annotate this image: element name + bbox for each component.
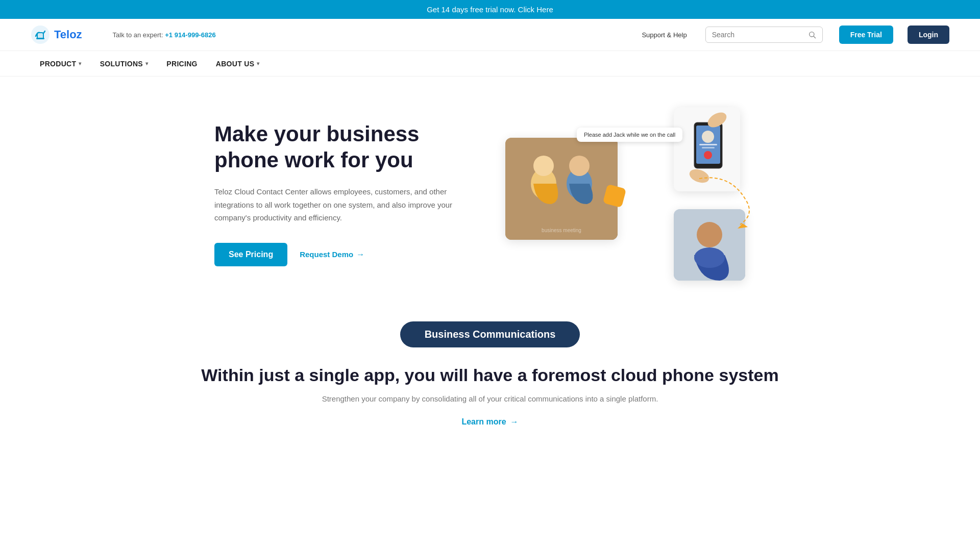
search-button[interactable] [808,31,816,39]
chevron-down-icon: ▾ [145,61,148,66]
svg-point-6 [533,156,554,176]
svg-point-13 [702,131,714,143]
chevron-down-icon: ▾ [257,61,259,66]
svg-rect-14 [699,144,717,145]
contact-info: Talk to an expert: +1 914-999-6826 [113,31,216,39]
login-button[interactable]: Login [908,26,949,44]
svg-marker-22 [738,223,748,229]
hero-people-svg: business meeting [505,138,618,240]
logo-text: Teloz [54,28,82,41]
svg-rect-4 [505,138,618,240]
request-demo-link[interactable]: Request Demo → [300,250,364,259]
free-trial-button[interactable]: Free Trial [839,26,893,44]
hero-illustration: business meeting [505,107,766,281]
logo[interactable]: Teloz [31,25,82,44]
nav-item-pricing[interactable]: PRICING [157,53,206,75]
search-input[interactable] [712,31,804,39]
logo-icon [31,25,50,44]
site-header: Teloz Talk to an expert: +1 914-999-6826… [0,19,980,51]
hero-section: Make your business phone work for you Te… [184,77,796,301]
svg-point-16 [704,151,712,159]
hero-description: Teloz Cloud Contact Center allows employ… [214,185,475,224]
svg-rect-1 [36,38,44,39]
svg-line-3 [814,36,816,38]
nav-item-solutions[interactable]: SOLUTIONS ▾ [91,53,158,75]
hero-content: Make your business phone work for you Te… [214,121,475,266]
main-nav: PRODUCT ▾ SOLUTIONS ▾ PRICING ABOUT US ▾ [0,51,980,77]
contact-phone[interactable]: +1 914-999-6826 [165,31,215,39]
hero-title: Make your business phone work for you [214,121,475,173]
hero-buttons: See Pricing Request Demo → [214,243,475,266]
svg-point-21 [694,247,725,268]
chevron-down-icon: ▾ [79,61,81,66]
search-box [705,27,823,43]
promo-banner[interactable]: Get 14 days free trial now. Click Here [0,0,980,19]
see-pricing-button[interactable]: See Pricing [214,243,287,266]
hero-image-main: business meeting [505,138,618,240]
svg-rect-15 [702,147,715,148]
svg-text:business meeting: business meeting [542,228,581,233]
dashed-arrow-decoration [689,168,755,235]
biz-subtitle: Strengthen your company by consolidating… [31,394,949,403]
learn-more-link[interactable]: Learn more → [461,417,518,427]
nav-item-product[interactable]: PRODUCT ▾ [31,53,91,75]
biz-badge: Business Communications [400,321,580,347]
biz-comms-section: Business Communications Within just a si… [0,301,980,457]
call-bubble: Please add Jack while we on the call [577,128,682,142]
arrow-right-icon: → [356,250,364,259]
biz-title: Within just a single app, you will have … [31,364,949,386]
arrow-right-icon: → [510,417,519,427]
svg-point-8 [569,156,590,176]
search-icon [808,31,816,39]
nav-item-about-us[interactable]: ABOUT US ▾ [207,53,269,75]
support-help-link[interactable]: Support & Help [642,31,687,39]
